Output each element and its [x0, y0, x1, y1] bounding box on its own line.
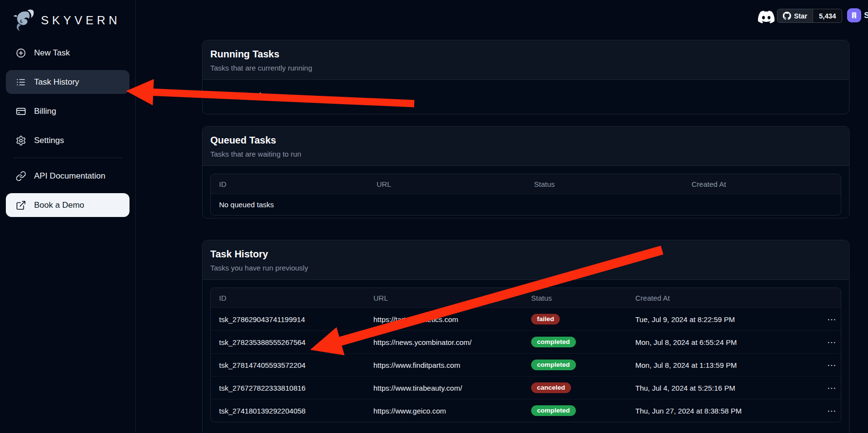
task-url-cell: https://news.ycombinator.com/: [365, 338, 523, 346]
plus-circle-icon: [16, 48, 26, 58]
discord-icon[interactable]: [758, 9, 775, 23]
running-tasks-card: Running Tasks Tasks that are currently r…: [202, 40, 850, 114]
sidebar-item-label: New Task: [34, 48, 70, 58]
row-actions-button[interactable]: ⋯: [819, 314, 841, 325]
task-id-cell: tsk_278235388555267564: [211, 338, 365, 346]
task-status-cell: completed: [523, 360, 627, 371]
status-badge: canceled: [531, 382, 571, 394]
sidebar-item-task-history[interactable]: Task History: [6, 70, 129, 94]
task-status-cell: completed: [523, 337, 627, 348]
task-url-cell: https://tartecosmetics.com: [365, 315, 523, 324]
task-id-cell: tsk_278147405593572204: [211, 361, 365, 369]
task-url-cell: https://www.geico.com: [365, 407, 523, 415]
task-status-cell: canceled: [523, 382, 627, 394]
link-icon: [16, 171, 26, 181]
sidebar-item-label: Billing: [34, 107, 56, 116]
task-history-table: ID URL Status Created At tsk_27862904374…: [210, 288, 841, 422]
brand: SKYVERN: [0, 0, 135, 36]
brand-name: SKYVERN: [41, 14, 121, 27]
credit-card-icon: [16, 106, 26, 117]
task-history-card: Task History Tasks you have run previous…: [202, 240, 850, 433]
table-header-row: ID URL Status Created At: [211, 288, 841, 307]
sidebar-nav: New Task Task History Billing Settings: [0, 36, 135, 217]
card-title: Task History: [210, 249, 841, 260]
account-name[interactable]: Sk: [864, 11, 868, 20]
row-actions-button[interactable]: ⋯: [819, 360, 841, 371]
sidebar-item-label: Settings: [34, 136, 64, 145]
task-url-cell: https://www.tirabeauty.com/: [365, 384, 523, 392]
column-header-id: ID: [211, 294, 365, 302]
status-badge: completed: [531, 360, 576, 371]
building-icon: [850, 11, 858, 19]
column-header-status: Status: [526, 180, 683, 188]
queued-tasks-empty: No queued tasks: [211, 200, 282, 209]
row-actions-button[interactable]: ⋯: [819, 382, 841, 394]
task-status-cell: failed: [523, 314, 627, 325]
queued-tasks-empty-row: No queued tasks: [211, 194, 841, 215]
task-status-cell: completed: [523, 405, 627, 416]
column-header-id: ID: [211, 180, 369, 188]
card-title: Running Tasks: [210, 49, 841, 60]
running-tasks-header: Running Tasks Tasks that are currently r…: [203, 40, 849, 80]
status-badge: failed: [531, 314, 560, 325]
list-icon: [16, 77, 26, 88]
sidebar-item-label: Book a Demo: [34, 200, 84, 210]
gear-icon: [16, 135, 26, 146]
task-history-row[interactable]: tsk_278629043741199914 https://tartecosm…: [211, 307, 841, 330]
column-header-url: URL: [365, 294, 523, 302]
task-created-at-cell: Mon, Jul 8, 2024 at 1:13:59 PM: [627, 361, 819, 369]
github-icon: [783, 12, 791, 20]
task-created-at-cell: Mon, Jul 8, 2024 at 6:55:24 PM: [627, 338, 819, 346]
github-star-widget[interactable]: Star 5,434: [777, 9, 842, 23]
column-header-created-at: Created At: [683, 180, 841, 188]
sidebar: SKYVERN New Task Task History Billing S: [0, 0, 136, 433]
table-header-row: ID URL Status Created At: [211, 174, 841, 194]
task-id-cell: tsk_278629043741199914: [211, 315, 365, 324]
status-badge: completed: [531, 405, 576, 416]
github-star-button[interactable]: Star: [777, 9, 813, 23]
github-star-count[interactable]: 5,434: [813, 9, 842, 23]
status-badge: completed: [531, 337, 576, 348]
card-subtitle: Tasks that are waiting to run: [210, 150, 841, 158]
card-subtitle: Tasks you have run previously: [210, 264, 841, 272]
book-a-demo-button[interactable]: Book a Demo: [6, 193, 129, 217]
task-history-row[interactable]: tsk_278147405593572204 https://www.findi…: [211, 353, 841, 376]
sidebar-item-new-task[interactable]: New Task: [6, 41, 129, 65]
queued-tasks-header: Queued Tasks Tasks that are waiting to r…: [203, 126, 849, 166]
task-history-row[interactable]: tsk_278235388555267564 https://news.ycom…: [211, 330, 841, 353]
task-created-at-cell: Thu, Jul 4, 2024 at 5:25:16 PM: [627, 384, 819, 392]
column-header-status: Status: [523, 294, 627, 302]
sidebar-item-label: Task History: [34, 77, 79, 87]
task-url-cell: https://www.finditparts.com: [365, 361, 523, 369]
org-avatar[interactable]: [847, 8, 861, 22]
task-history-header: Task History Tasks you have run previous…: [203, 240, 849, 280]
sidebar-item-label: API Documentation: [34, 171, 105, 181]
task-created-at-cell: Tue, Jul 9, 2024 at 8:22:59 PM: [627, 315, 819, 324]
topbar: Star 5,434 Sk: [136, 0, 868, 32]
sidebar-item-billing[interactable]: Billing: [6, 99, 129, 123]
github-star-label: Star: [794, 12, 807, 20]
task-id-cell: tsk_276727822333810816: [211, 384, 365, 392]
running-tasks-empty: No running tasks: [203, 80, 849, 111]
skyvern-logo: [11, 8, 35, 33]
card-title: Queued Tasks: [210, 135, 841, 146]
external-link-icon: [16, 200, 26, 211]
queued-tasks-table: ID URL Status Created At No queued tasks: [210, 174, 841, 216]
skyvern-app: { "brand": { "name": "SKYVERN" }, "sideb…: [0, 0, 868, 433]
column-header-created-at: Created At: [627, 294, 819, 302]
row-actions-button[interactable]: ⋯: [819, 405, 841, 416]
task-history-row[interactable]: tsk_274180139292204058 https://www.geico…: [211, 399, 841, 422]
task-created-at-cell: Thu, Jun 27, 2024 at 8:38:58 PM: [627, 407, 819, 415]
task-id-cell: tsk_274180139292204058: [211, 407, 365, 415]
card-subtitle: Tasks that are currently running: [210, 64, 841, 72]
sidebar-item-api-documentation[interactable]: API Documentation: [6, 164, 129, 188]
task-history-row[interactable]: tsk_276727822333810816 https://www.tirab…: [211, 376, 841, 399]
row-actions-button[interactable]: ⋯: [819, 337, 841, 348]
queued-tasks-card: Queued Tasks Tasks that are waiting to r…: [202, 126, 850, 218]
column-header-url: URL: [369, 180, 526, 188]
sidebar-item-settings[interactable]: Settings: [6, 128, 129, 152]
sidebar-divider: [14, 158, 122, 158]
